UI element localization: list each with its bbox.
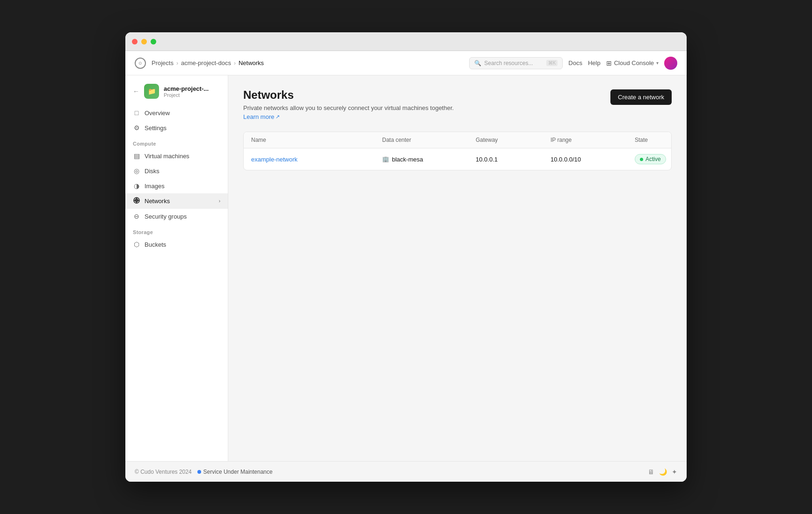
maintenance-indicator (197, 470, 201, 474)
page-description: Private networks allow you to securely c… (243, 104, 454, 111)
content-area: Networks Private networks allow you to s… (228, 75, 687, 461)
datacenter-value: black-mesa (392, 156, 423, 163)
project-info: acme-project-... Project (164, 85, 209, 98)
maximize-button[interactable] (151, 39, 156, 44)
sidebar-item-buckets[interactable]: ⬡ Buckets (125, 237, 228, 252)
breadcrumb-sep-2: › (234, 60, 236, 66)
sidebar-item-label: Networks (145, 198, 170, 205)
logo-icon: ⊙ (135, 58, 146, 69)
table-row: example-network 🏢 black-mesa 10.0.0.1 10… (244, 148, 671, 170)
search-box[interactable]: 🔍 Search resources... ⌘K (469, 57, 563, 69)
settings-icon[interactable]: ✦ (672, 468, 677, 476)
search-icon: 🔍 (474, 60, 481, 66)
overview-icon: □ (133, 109, 140, 117)
copyright-text: © Cudo Ventures 2024 (135, 469, 192, 475)
project-icon: 📁 (144, 84, 159, 99)
help-link[interactable]: Help (588, 59, 601, 66)
cell-gateway: 10.0.0.1 (476, 156, 551, 163)
col-header-ip-range: IP range (551, 137, 635, 143)
network-name-link[interactable]: example-network (251, 156, 297, 163)
page-title: Networks (243, 88, 454, 102)
table-header: Name Data center Gateway IP range State (244, 132, 671, 148)
sidebar-item-label: Buckets (145, 241, 166, 248)
monitor-icon[interactable]: 🖥 (648, 468, 654, 476)
titlebar (125, 32, 687, 51)
sidebar-item-label: Overview (145, 110, 170, 117)
grid-icon: ⊞ (606, 59, 612, 67)
datacenter-icon: 🏢 (382, 156, 389, 162)
project-name: acme-project-... (164, 85, 209, 92)
breadcrumb-project[interactable]: acme-project-docs (181, 59, 231, 66)
networks-table: Name Data center Gateway IP range State … (243, 132, 672, 170)
sidebar-item-disks[interactable]: ◎ Disks (125, 163, 228, 178)
search-shortcut: ⌘K (546, 60, 558, 66)
breadcrumb-sep-1: › (176, 60, 178, 66)
cell-ip-range: 10.0.0.0/10 (551, 156, 635, 163)
sidebar-item-networks[interactable]: Networks › (125, 193, 228, 209)
page-header-left: Networks Private networks allow you to s… (243, 88, 454, 120)
chevron-right-icon: › (219, 198, 220, 204)
col-header-state: State (635, 137, 664, 143)
breadcrumb-current: Networks (239, 59, 264, 66)
close-button[interactable] (132, 39, 138, 44)
chevron-down-icon: ▾ (656, 60, 659, 66)
col-header-datacenter: Data center (382, 137, 476, 143)
sidebar-item-label: Disks (145, 168, 160, 175)
status-badge: Active (635, 154, 666, 164)
breadcrumb: Projects › acme-project-docs › Networks (152, 59, 264, 66)
cloud-console-button[interactable]: ⊞ Cloud Console ▾ (606, 59, 659, 67)
app-window: ⊙ Projects › acme-project-docs › Network… (125, 32, 687, 482)
sidebar-item-security-groups[interactable]: ⊖ Security groups (125, 209, 228, 224)
images-icon: ◑ (133, 182, 140, 190)
moon-icon[interactable]: 🌙 (659, 468, 667, 476)
project-type: Project (164, 92, 209, 98)
status-label: Active (645, 156, 661, 162)
minimize-button[interactable] (141, 39, 147, 44)
sidebar-item-label: Security groups (145, 213, 187, 220)
sidebar-item-overview[interactable]: □ Overview (125, 105, 228, 120)
cloud-console-label: Cloud Console (614, 59, 654, 66)
disks-icon: ◎ (133, 167, 140, 175)
sidebar-item-images[interactable]: ◑ Images (125, 178, 228, 193)
breadcrumb-projects[interactable]: Projects (152, 59, 174, 66)
gateway-value: 10.0.0.1 (476, 156, 498, 163)
sidebar-header: ← 📁 acme-project-... Project (125, 81, 228, 105)
back-button[interactable]: ← (133, 88, 139, 95)
compute-section-label: Compute (125, 135, 228, 148)
settings-icon: ⚙ (133, 124, 140, 132)
ip-range-value: 10.0.0.0/10 (551, 156, 581, 163)
sidebar: ← 📁 acme-project-... Project □ Overview … (125, 75, 228, 461)
storage-section-label: Storage (125, 224, 228, 237)
sidebar-item-label: Settings (145, 125, 167, 132)
learn-more-link[interactable]: Learn more ↗ (243, 113, 280, 120)
maintenance-label: Service Under Maintenance (203, 469, 273, 475)
status-dot (640, 158, 643, 161)
main-layout: ← 📁 acme-project-... Project □ Overview … (125, 75, 687, 461)
external-link-icon: ↗ (276, 114, 280, 120)
sidebar-item-label: Virtual machines (145, 153, 189, 160)
col-header-gateway: Gateway (476, 137, 551, 143)
col-header-name: Name (251, 137, 382, 143)
networks-icon (133, 197, 140, 205)
sidebar-item-settings[interactable]: ⚙ Settings (125, 120, 228, 135)
virtual-machines-icon: ▤ (133, 152, 140, 160)
cell-state: Active (635, 154, 666, 164)
top-navigation: ⊙ Projects › acme-project-docs › Network… (125, 51, 687, 75)
docs-link[interactable]: Docs (568, 59, 582, 66)
avatar[interactable] (664, 57, 677, 70)
buckets-icon: ⬡ (133, 241, 140, 248)
footer: © Cudo Ventures 2024 Service Under Maint… (125, 461, 687, 482)
sidebar-item-virtual-machines[interactable]: ▤ Virtual machines (125, 148, 228, 163)
page-header: Networks Private networks allow you to s… (243, 88, 672, 120)
footer-status: Service Under Maintenance (197, 469, 273, 475)
cell-datacenter: 🏢 black-mesa (382, 156, 476, 163)
cell-name: example-network (251, 156, 382, 163)
security-groups-icon: ⊖ (133, 213, 140, 220)
footer-icons: 🖥 🌙 ✦ (648, 468, 677, 476)
create-network-button[interactable]: Create a network (610, 89, 672, 105)
sidebar-item-label: Images (145, 183, 165, 190)
search-input[interactable]: Search resources... (484, 60, 543, 66)
